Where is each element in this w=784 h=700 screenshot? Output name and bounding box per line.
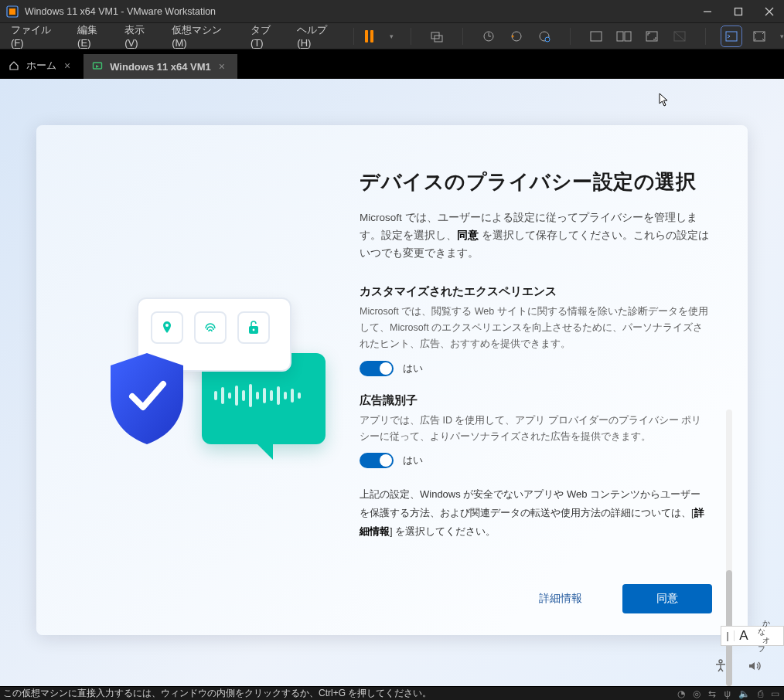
section-adid-desc: アプリでは、広告 ID を使用して、アプリ プロバイダーのプライバシー ポリシー… xyxy=(360,413,709,446)
tray-network-icon[interactable]: ⇆ xyxy=(708,688,716,699)
menu-edit[interactable]: 編集(E) xyxy=(71,20,117,52)
toggle-tailored-label: はい xyxy=(403,362,423,375)
statusbar-tray: ◔ ◎ ⇆ ψ 🔈 ⎙ ▭ xyxy=(677,688,784,699)
vmware-logo-icon xyxy=(6,5,19,18)
svg-line-19 xyxy=(674,32,685,41)
svg-rect-3 xyxy=(735,8,742,15)
power-dropdown-caret[interactable]: ▾ xyxy=(390,32,394,40)
tray-disk-icon[interactable]: ◔ xyxy=(677,688,685,699)
toggle-adid[interactable] xyxy=(360,453,394,468)
toolbar-divider xyxy=(411,28,411,45)
svg-rect-16 xyxy=(625,32,631,41)
oobe-intro: Microsoft では、ユーザーによる設定に従ってプライバシーを管理します。設… xyxy=(360,209,717,263)
svg-point-23 xyxy=(165,324,169,327)
ime-mode: A xyxy=(735,628,752,644)
mouse-cursor-icon xyxy=(659,93,670,107)
tab-home[interactable]: ホーム × xyxy=(0,53,84,79)
svg-point-13 xyxy=(545,37,550,42)
view-console-icon[interactable] xyxy=(723,28,740,45)
section-adid-title: 広告識別子 xyxy=(360,393,709,408)
view-multi-icon[interactable] xyxy=(615,28,632,45)
window-maximize-button[interactable] xyxy=(733,6,744,17)
guest-display[interactable]: デバイスのプライバシー設定の選択 Microsoft では、ユーザーによる設定に… xyxy=(0,79,784,686)
toolbar-divider xyxy=(353,28,354,45)
window-close-button[interactable] xyxy=(764,6,775,17)
toggle-tailored[interactable] xyxy=(360,361,394,376)
oobe-more-text: 上記の設定、Windows が安全でないアプリや Web コンテンツからユーザー… xyxy=(360,485,709,541)
tray-cd-icon[interactable]: ◎ xyxy=(693,688,700,699)
menu-file[interactable]: ファイル(F) xyxy=(5,20,70,52)
statusbar: この仮想マシンに直接入力するには、ウィンドウの内側をクリックするか、Ctrl+G… xyxy=(0,686,784,700)
tab-vm-label: Windows 11 x64 VM1 xyxy=(110,61,211,73)
window-title: Windows 11 x64 VM1 - VMware Workstation xyxy=(25,6,216,17)
tray-usb-icon[interactable]: ψ xyxy=(724,688,731,699)
accessibility-icon[interactable] xyxy=(713,658,728,674)
view-dropdown-caret[interactable]: ▾ xyxy=(780,32,784,40)
view-unity-icon[interactable] xyxy=(671,28,688,45)
statusbar-hint: この仮想マシンに直接入力するには、ウィンドウの内側をクリックするか、Ctrl+G… xyxy=(3,687,431,700)
section-adid: 広告識別子 アプリでは、広告 ID を使用して、アプリ プロバイダーのプライバシ… xyxy=(360,393,709,469)
section-tailored: カスタマイズされたエクスペリエンス Microsoft では、閲覧する Web … xyxy=(360,284,709,376)
tab-vm-active[interactable]: Windows 11 x64 VM1 × xyxy=(84,54,238,79)
svg-point-26 xyxy=(719,660,722,663)
tab-home-close[interactable]: × xyxy=(63,60,72,71)
snapshot-revert-icon[interactable] xyxy=(508,28,525,45)
tray-display-icon[interactable]: ▭ xyxy=(771,688,779,699)
shield-check-icon xyxy=(104,350,189,447)
svg-rect-14 xyxy=(591,32,602,41)
location-pin-icon xyxy=(151,311,183,344)
snapshot-manager-icon[interactable] xyxy=(536,28,553,45)
menu-vm[interactable]: 仮想マシン(M) xyxy=(165,20,243,52)
tab-vm-close[interactable]: × xyxy=(217,61,227,72)
toolbar-divider xyxy=(705,28,706,45)
menubar: ファイル(F) 編集(E) 表示(V) 仮想マシン(M) タブ(T) ヘルプ(H… xyxy=(0,23,784,49)
menu-tabs[interactable]: タブ(T) xyxy=(244,20,289,52)
menu-view[interactable]: 表示(V) xyxy=(118,20,164,52)
home-icon xyxy=(8,59,20,72)
snapshot-take-icon[interactable] xyxy=(480,28,497,45)
toolbar-divider xyxy=(462,28,463,45)
vm-tab-icon xyxy=(91,60,104,73)
tabstrip: ホーム × Windows 11 x64 VM1 × xyxy=(0,49,784,79)
view-stretch-icon[interactable] xyxy=(751,28,768,45)
send-ctrl-alt-del-icon[interactable] xyxy=(428,28,445,45)
oobe-heading: デバイスのプライバシー設定の選択 xyxy=(360,168,717,195)
menu-help[interactable]: ヘルプ(H) xyxy=(291,20,347,52)
fingerprint-icon xyxy=(194,311,227,344)
svg-point-25 xyxy=(253,329,255,331)
more-info-button[interactable]: 詳細情報 xyxy=(530,587,591,610)
ime-hint: かなオフ xyxy=(753,619,783,653)
section-tailored-title: カスタマイズされたエクスペリエンス xyxy=(360,284,709,299)
svg-rect-20 xyxy=(726,32,737,41)
oobe-panel: デバイスのプライバシー設定の選択 Microsoft では、ユーザーによる設定に… xyxy=(36,125,748,635)
vm-pause-button[interactable] xyxy=(360,28,377,45)
svg-rect-1 xyxy=(9,8,15,15)
ime-indicator[interactable]: | A かなオフ xyxy=(721,626,784,646)
section-tailored-desc: Microsoft では、閲覧する Web サイトに関する情報を除いた診断データ… xyxy=(360,304,709,353)
toolbar-divider xyxy=(570,28,571,45)
accept-button[interactable]: 同意 xyxy=(622,584,712,613)
lock-open-icon xyxy=(237,311,270,344)
view-fullscreen-icon[interactable] xyxy=(643,28,660,45)
svg-rect-15 xyxy=(617,32,623,41)
oobe-illustration xyxy=(67,168,360,612)
toggle-adid-label: はい xyxy=(403,454,423,467)
volume-icon[interactable] xyxy=(747,658,762,674)
oobe-accessibility-tray xyxy=(713,658,762,674)
window-minimize-button[interactable] xyxy=(702,6,713,17)
tray-printer-icon[interactable]: ⎙ xyxy=(758,688,763,699)
view-single-icon[interactable] xyxy=(588,28,605,45)
tray-sound-icon[interactable]: 🔈 xyxy=(738,688,750,699)
tab-home-label: ホーム xyxy=(26,59,56,73)
